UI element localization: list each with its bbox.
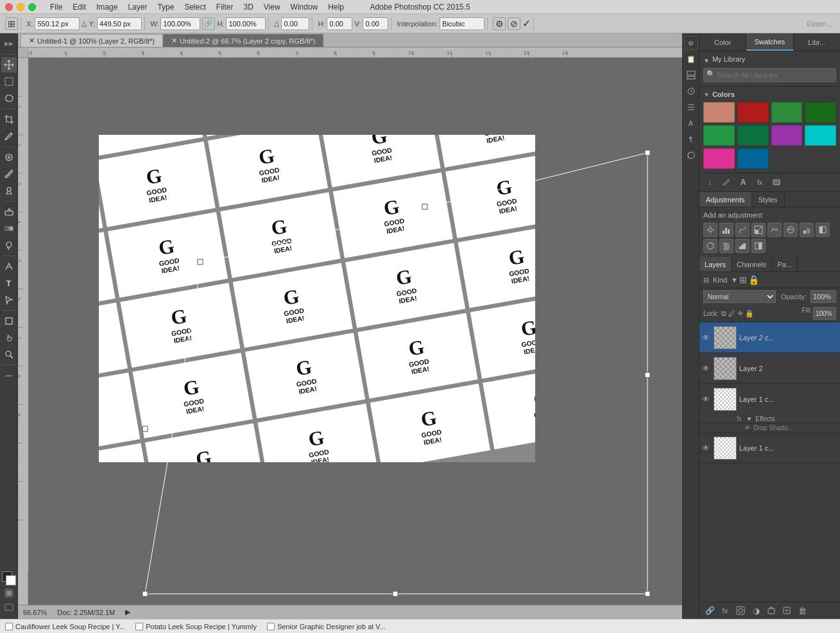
rotate-field[interactable]: 0.00	[281, 17, 309, 30]
swatch-4[interactable]	[703, 125, 735, 146]
move-tool[interactable]	[1, 57, 17, 73]
hand-tool[interactable]	[1, 330, 17, 345]
adj-vibrance[interactable]	[767, 223, 782, 237]
effects-toggle-icon[interactable]: ▼	[746, 415, 753, 422]
y-field[interactable]: 449.50 px	[97, 17, 142, 30]
taskbar-item-3[interactable]: Senior Graphic Designer job at V...	[267, 623, 386, 630]
layer-eye-icon[interactable]: 👁	[702, 444, 711, 453]
maximize-button[interactable]	[28, 3, 36, 11]
lock-position-icon[interactable]: ✛	[737, 309, 743, 318]
video-panel-icon[interactable]	[770, 176, 783, 189]
swatch-6[interactable]	[771, 125, 803, 146]
h2-field[interactable]: 0.00	[327, 17, 352, 30]
swatch-0[interactable]	[703, 102, 735, 123]
menu-file[interactable]: File	[45, 0, 67, 14]
interp-select[interactable]: Bicubic	[440, 17, 484, 30]
dodge-tool[interactable]	[1, 238, 17, 253]
panel-collapse[interactable]: ▶▶	[1, 36, 17, 51]
menu-select[interactable]: Select	[179, 0, 210, 14]
layer-row-layer2[interactable]: 👁 Layer 2	[699, 353, 840, 384]
lock-all-icon[interactable]: 🔒	[745, 309, 754, 318]
adj-curves[interactable]	[735, 223, 750, 237]
quick-mask-btn[interactable]	[3, 587, 15, 600]
marquee-tool[interactable]	[1, 74, 17, 89]
panel-toggle-8[interactable]	[684, 148, 698, 162]
menu-image[interactable]: Image	[91, 0, 123, 14]
crop-tool[interactable]	[1, 112, 17, 127]
eyedropper-tool[interactable]	[1, 128, 17, 144]
adj-brightness[interactable]	[703, 223, 717, 237]
swatch-1[interactable]	[737, 102, 769, 123]
eraser-tool[interactable]	[1, 204, 17, 220]
confirm-icon[interactable]: ✓	[522, 17, 531, 30]
menu-3d[interactable]: 3D	[238, 0, 258, 14]
fg-bg-colors[interactable]	[2, 571, 16, 585]
w-field[interactable]: 100.00%	[160, 17, 200, 30]
panel-toggle-3[interactable]	[684, 68, 698, 82]
tab-color[interactable]: Color	[699, 33, 746, 51]
adj-levels[interactable]	[719, 223, 733, 237]
adj-bw[interactable]	[816, 223, 830, 237]
adj-posterize[interactable]	[735, 239, 750, 253]
tab-untitled2[interactable]: ✕ Untitled-2 @ 66.7% (Layer 2 copy, RGB/…	[163, 34, 324, 47]
adj-hue[interactable]	[784, 223, 798, 237]
adj-photo-filter[interactable]	[703, 239, 717, 253]
taskbar-item-2[interactable]: Potato Leek Soup Recipe | Yummly	[135, 623, 257, 630]
layer-row-layer1[interactable]: 👁 Layer 1 c...	[699, 433, 840, 464]
swatch-9[interactable]	[737, 148, 769, 169]
gradient-tool[interactable]	[1, 221, 17, 236]
taskbar-item-1[interactable]: Cauliflower Leek Soup Recipe | Y...	[5, 623, 125, 630]
h-field[interactable]: 100.00%	[226, 17, 266, 30]
heal-tool[interactable]	[1, 150, 17, 165]
kind-all-icon[interactable]: ⊞	[739, 275, 747, 285]
adj-channel-mixer[interactable]	[719, 239, 733, 253]
canvas-viewport[interactable]: G GOODIDEA! G GOODIDEA! G GOODIDEA!	[28, 58, 682, 605]
tab-swatches[interactable]: Swatches	[746, 33, 793, 51]
swatch-3[interactable]	[805, 102, 836, 123]
layer-eye-icon[interactable]: 👁	[702, 395, 711, 404]
adj-threshold[interactable]	[751, 239, 766, 253]
fx-panel-icon[interactable]: fx	[753, 176, 766, 189]
pen-tool[interactable]	[1, 259, 17, 274]
lock-image-icon[interactable]: 🖊	[728, 309, 735, 318]
swatch-8[interactable]	[703, 148, 735, 169]
layers-new-icon[interactable]	[780, 604, 793, 617]
link-icon[interactable]: 🔗	[202, 17, 215, 30]
layers-link-icon[interactable]: 🔗	[703, 604, 716, 617]
extra-tool[interactable]: •••	[1, 368, 17, 383]
panel-toggle-5[interactable]	[684, 100, 698, 114]
lock-transparent-icon[interactable]: ⧉	[721, 309, 726, 318]
opacity-field[interactable]: 100%	[810, 290, 836, 303]
download-icon[interactable]: ↓	[703, 176, 716, 189]
scroll-arrow[interactable]: ▶	[125, 608, 130, 616]
swatch-7[interactable]	[805, 125, 836, 146]
fill-field[interactable]: 100%	[813, 307, 836, 320]
rect-tool[interactable]	[1, 313, 17, 329]
layer-row-layer2c[interactable]: 👁 Layer 2 c...	[699, 322, 840, 353]
menu-window[interactable]: Window	[286, 0, 323, 14]
zoom-tool[interactable]	[1, 347, 17, 362]
layer-eye-icon[interactable]: 👁	[702, 364, 711, 373]
menu-view[interactable]: View	[259, 0, 286, 14]
layers-adjustment-icon[interactable]: ◑	[750, 604, 762, 617]
path-select-tool[interactable]	[1, 292, 17, 308]
kind-filter-icon[interactable]: ▼	[731, 276, 738, 284]
cancel-icon[interactable]: ⊘	[508, 17, 520, 30]
swatch-5[interactable]	[737, 125, 769, 146]
library-search-input[interactable]	[703, 68, 836, 82]
screen-mode-btn[interactable]	[3, 601, 15, 614]
layers-fx-icon[interactable]: fx	[719, 604, 732, 617]
panel-toggle-7[interactable]: ¶	[684, 132, 698, 146]
drop-shadow-eye-icon[interactable]: 👁	[744, 424, 751, 431]
adj-exposure[interactable]	[751, 223, 766, 237]
swatch-2[interactable]	[771, 102, 803, 123]
tab-libraries[interactable]: Libr...	[794, 33, 840, 51]
text-panel-icon[interactable]: A	[737, 176, 750, 189]
background-color[interactable]	[6, 575, 16, 585]
menu-filter[interactable]: Filter	[211, 0, 239, 14]
adj-color-balance[interactable]	[800, 223, 814, 237]
tab-channels[interactable]: Channels	[732, 257, 772, 272]
layer-row-layer1c[interactable]: 👁 Layer 1 c...	[699, 384, 840, 415]
brush-panel-icon[interactable]	[720, 176, 733, 189]
close-button[interactable]	[5, 3, 13, 11]
